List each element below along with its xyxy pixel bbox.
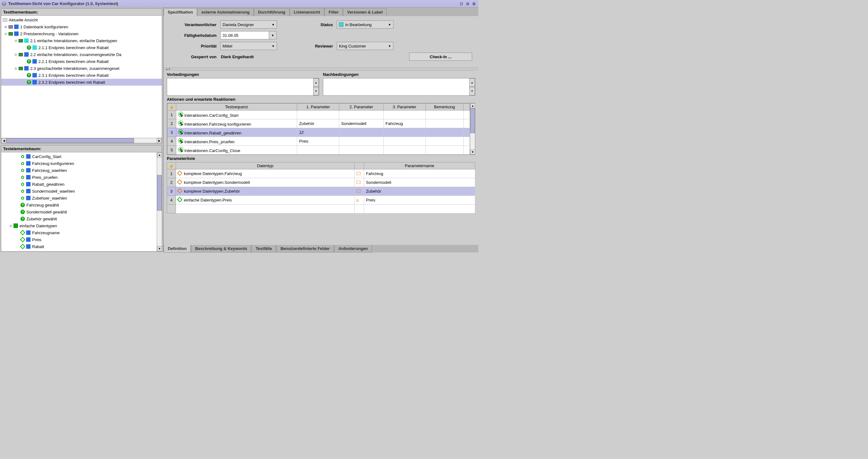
action-row[interactable]: 2 Interaktionen.Fahrzeug konfigurierenZu… [167,119,470,128]
label-verantwortlicher: Verantwortlicher [170,22,220,27]
col-datentyp[interactable]: Datentyp [176,162,355,170]
elem-preis-pruefen[interactable]: ✿Preis_pruefen [1,174,157,181]
param-table[interactable]: ☝ Datentyp Parametername 1 komplexe Date… [167,162,475,213]
hscroll[interactable]: ◀ ▶ [1,138,162,143]
input-faelligkeit[interactable] [220,31,269,39]
action-row[interactable]: 1 Interaktionen.CarConfig_Start [167,111,470,119]
scroll-down-icon[interactable]: ▼ [470,150,475,155]
col-parametername[interactable]: Parametername [364,162,475,170]
col-param1[interactable]: 1. Parameter [297,103,339,111]
action-row-selected[interactable]: 3 Interaktionen.Rabatt_gewähren12 [167,128,470,137]
collapse-icon[interactable]: ⊙ [14,39,18,42]
action-icon [178,112,183,117]
tab-versionen[interactable]: Versionen & Label [343,8,387,16]
elem-rabatt[interactable]: ✿Rabatt_gewähren [1,181,157,188]
window-minimize-icon[interactable]: ⊡ [459,1,464,6]
question-icon: ? [21,203,25,207]
elem-sondermodell[interactable]: ✿Sondermodell_waehlen [1,188,157,194]
scroll-up-icon[interactable]: ▲ [470,103,475,108]
param-row[interactable]: 2 komplexe Datentypen.SondermodellSonder… [167,178,475,187]
tree-node-21[interactable]: ⊙ 2.1 einfache Interaktionen, einfache D… [1,37,162,44]
elem-fahrzeug-konf[interactable]: ✿Fahrzeug konfigurieren [1,160,157,167]
spinner-down-icon[interactable]: ▼ [313,87,319,95]
scroll-thumb[interactable] [6,138,134,143]
collapse-icon[interactable]: ⊙ [14,66,18,70]
elem-fahrzeug-gewaehlt[interactable]: ?Fahrzeug gewählt [1,202,157,208]
tab-listenansicht[interactable]: Listenansicht [290,8,324,16]
nachbedingungen-text[interactable] [323,79,469,95]
param-row-empty[interactable] [167,205,475,213]
collapse-icon[interactable]: ⊙ [9,224,12,227]
scroll-left-icon[interactable]: ◀ [1,138,6,143]
tree-node-211[interactable]: T 2.1.1 Endpreis berechnen ohne Rabatt [1,44,162,51]
scroll-thumb[interactable] [157,175,162,211]
tree-node-22[interactable]: ⊙ 2.2 einfache Interaktionen, zusammenge… [1,51,162,58]
tree-node-2[interactable]: ⊙ 2 Preisberechnung - Variationen [1,30,162,37]
param-row[interactable]: 4 einfache Datentypen.PreisPreis [167,196,475,205]
expand-icon[interactable]: ⊚ [4,25,7,29]
tree-root[interactable]: Aktuelle Ansicht [1,17,162,23]
tab-anforderungen[interactable]: Anforderungen [334,245,372,252]
vorbedingungen-text[interactable] [167,79,313,95]
test-element-tree[interactable]: ✿CarConfig_Start ✿Fahrzeug konfigurieren… [1,152,157,251]
tab-durchfuehrung[interactable]: Durchführung [254,8,289,16]
checkin-button[interactable]: Check-In ... [409,53,472,61]
elem-carconfig-start[interactable]: ✿CarConfig_Start [1,153,157,160]
tab-definition[interactable]: Definition [164,245,191,252]
tab-filter[interactable]: Filter [324,8,343,16]
tab-beschreibung[interactable]: Beschreibung & Keywords [191,245,251,252]
tab-testfaelle[interactable]: Testfälle [251,245,276,252]
window-close-icon[interactable]: ⊠ [471,1,476,6]
status-icon [26,244,31,249]
combo-verantwortlicher[interactable]: Daniela Designer▼ [220,21,277,29]
tree1-header: Testthemenbaum: [1,9,162,16]
status-icon [26,168,31,173]
spinner-up-icon[interactable]: ▲ [313,79,319,87]
collapse-icon[interactable]: ⊙ [14,53,18,56]
tab-benutzerfelder[interactable]: Benutzerdefinierte Felder [276,245,334,252]
tree-node-232-selected[interactable]: T 2.3.2 Endpreis berechnen mit Rabatt [1,79,162,86]
col-param3[interactable]: 3. Parameter [384,103,426,111]
param-row[interactable]: 1 komplexe Datentypen.FahrzeugFahrzeug [167,170,475,178]
tab-automatisierung[interactable]: externe Automatisierung [197,8,254,16]
status-icon [26,154,31,159]
tree-node-1[interactable]: ⊚ 1 Datenbank konfigurieren [1,23,162,30]
combo-reviewer[interactable]: King Customer▼ [337,42,394,50]
date-dropdown-icon[interactable]: ▼ [269,31,277,39]
spinner-down-icon[interactable]: ▼ [469,87,475,95]
scroll-right-icon[interactable]: ▶ [157,138,162,143]
col-param2[interactable]: 2. Parameter [339,103,383,111]
elem-preis[interactable]: Preis [1,236,157,243]
elem-fahrzeugname[interactable]: Fahrzeugname [1,229,157,236]
tab-spezifikation[interactable]: Spezifikation [164,8,197,16]
collapse-icon[interactable]: ⊙ [4,32,7,36]
param-row-selected[interactable]: 3 komplexe Datentypen.ZubehörZubehör [167,187,475,196]
vscroll[interactable]: ▲ ▼ [157,152,162,251]
col-testsequenz[interactable]: Testsequenz [176,103,297,111]
elem-zubehoer-gewaehlt[interactable]: ?Zubehör gewählt [1,215,157,222]
elem-fahrzeug-waehlen[interactable]: ✿Fahrzeug_waehlen [1,167,157,174]
spinner-up-icon[interactable]: ▲ [469,79,475,87]
test-theme-tree[interactable]: Aktuelle Ansicht ⊚ 1 Datenbank konfiguri… [1,16,162,138]
action-row[interactable]: 5 Interaktionen.CarConfig_Close [167,146,470,155]
combo-status[interactable]: in Bearbeitung▼ [337,21,394,29]
window-maximize-icon[interactable]: ⊞ [465,1,470,6]
scroll-up-icon[interactable]: ▲ [157,152,162,157]
tree-node-221[interactable]: T 2.2.1 Endpreis berechnen ohne Rabatt [1,58,162,65]
actions-table[interactable]: ☝ Testsequenz 1. Parameter 2. Parameter … [167,103,470,155]
actions-vscroll[interactable]: ▲ ▼ [470,103,475,155]
elem-sondermodell-gewaehlt[interactable]: ?Sondermodell gewählt [1,208,157,215]
scroll-thumb[interactable] [470,108,475,133]
elem-einfache-dt[interactable]: ⊙einfache Datentypen [1,222,157,229]
col-bemerkung[interactable]: Bemerkung [426,103,463,111]
scroll-down-icon[interactable]: ▼ [157,246,162,251]
elem-rabatt2[interactable]: Rabatt [1,243,157,250]
tree-node-23[interactable]: ⊙ 2.3 geschachtelte Interaktionen, zusam… [1,65,162,72]
action-row[interactable]: 4 Interaktionen.Preis_pruefenPreis [167,137,470,146]
status-icon [26,161,31,165]
chevron-down-icon: ▼ [388,23,391,26]
combo-prioritaet[interactable]: Mittel▼ [220,42,277,50]
collapse-bar[interactable]: ▲▼ [164,68,478,70]
tree-node-231[interactable]: T 2.3.1 Endpreis berechnen ohne Rabatt [1,72,162,79]
elem-zubehoer[interactable]: ✿Zubehoer_waehlen [1,194,157,202]
